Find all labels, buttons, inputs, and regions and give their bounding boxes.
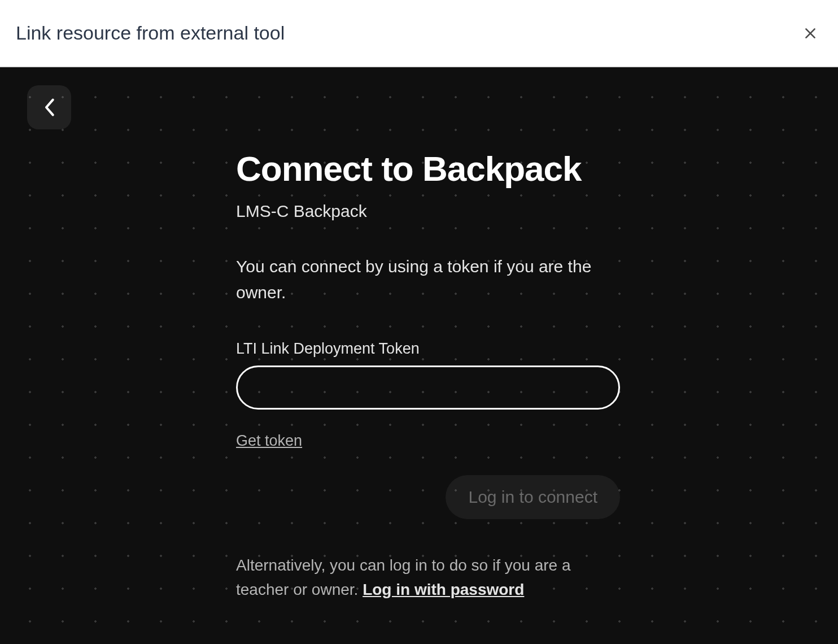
content-area: Connect to Backpack LMS-C Backpack You c… [0, 67, 838, 644]
modal-header: Link resource from external tool [0, 0, 838, 67]
token-input[interactable] [236, 365, 620, 410]
close-icon [803, 26, 818, 41]
close-button[interactable] [798, 21, 822, 45]
login-password-link[interactable]: Log in with password [363, 581, 524, 599]
page-title: Connect to Backpack [236, 147, 620, 190]
token-field-label: LTI Link Deployment Token [236, 340, 620, 358]
description-text: You can connect by using a token if you … [236, 254, 620, 306]
main-content: Connect to Backpack LMS-C Backpack You c… [236, 85, 620, 602]
get-token-link[interactable]: Get token [236, 432, 302, 450]
alternative-text: Alternatively, you can log in to do so i… [236, 553, 620, 602]
modal-title: Link resource from external tool [16, 22, 285, 44]
button-row: Log in to connect [236, 475, 620, 519]
login-connect-button[interactable]: Log in to connect [446, 475, 620, 519]
page-subtitle: LMS-C Backpack [236, 202, 620, 221]
back-button[interactable] [27, 85, 71, 129]
chevron-left-icon [43, 98, 55, 117]
